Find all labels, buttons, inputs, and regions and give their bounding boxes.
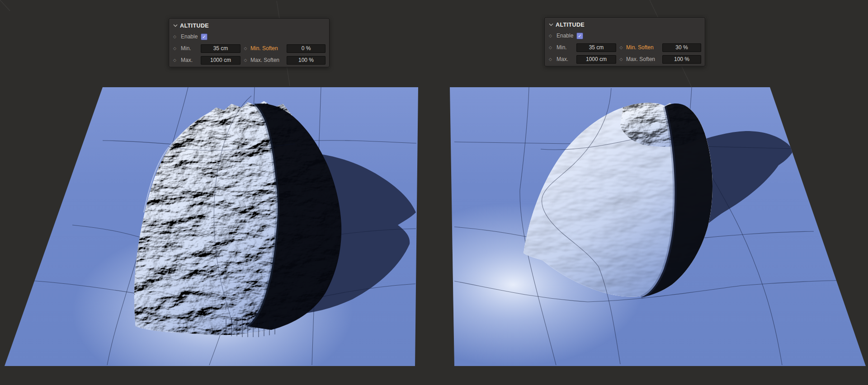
- enable-row: ◇ Enable ✓: [545, 30, 705, 42]
- panel-title: ALTITUDE: [180, 23, 209, 29]
- min-soften-label: Min. Soften: [250, 45, 287, 52]
- enable-label: Enable: [557, 33, 576, 39]
- max-soften-label: Max. Soften: [250, 57, 287, 63]
- keyframe-diamond-icon[interactable]: ◇: [173, 47, 181, 51]
- max-field[interactable]: 1000 cm: [576, 55, 616, 64]
- enable-checkbox[interactable]: ✓: [576, 33, 583, 39]
- check-icon: ✓: [578, 33, 581, 39]
- max-field[interactable]: 1000 cm: [201, 56, 241, 65]
- altitude-panel-right: ALTITUDE ◇ Enable ✓ ◇ Min. 35 cm ◇ Min. …: [544, 17, 705, 66]
- max-label: Max.: [181, 57, 201, 63]
- chevron-down-icon[interactable]: [549, 23, 553, 26]
- panel-title: ALTITUDE: [556, 22, 585, 28]
- enable-label: Enable: [181, 33, 201, 40]
- keyframe-diamond-icon[interactable]: ◇: [173, 58, 181, 62]
- scene-svg: [0, 0, 868, 385]
- max-soften-field[interactable]: 100 %: [287, 56, 326, 65]
- min-soften-field[interactable]: 30 %: [662, 43, 701, 52]
- chevron-down-icon[interactable]: [173, 24, 178, 27]
- keyframe-diamond-icon[interactable]: ◇: [616, 46, 626, 50]
- min-row: ◇ Min. 35 cm ◇ Min. Soften 30 %: [545, 42, 705, 53]
- keyframe-diamond-icon[interactable]: ◇: [241, 47, 250, 51]
- viewport-composite: ALTITUDE ◇ Enable ✓ ◇ Min. 35 cm ◇ Min. …: [0, 0, 868, 385]
- min-soften-label: Min. Soften: [626, 44, 662, 51]
- min-field[interactable]: 35 cm: [576, 43, 616, 52]
- keyframe-diamond-icon[interactable]: ◇: [549, 57, 557, 61]
- keyframe-diamond-icon[interactable]: ◇: [616, 57, 626, 61]
- keyframe-diamond-icon[interactable]: ◇: [549, 46, 557, 50]
- max-row: ◇ Max. 1000 cm ◇ Max. Soften 100 %: [545, 53, 705, 65]
- min-label: Min.: [557, 44, 576, 51]
- altitude-panel-left: ALTITUDE ◇ Enable ✓ ◇ Min. 35 cm ◇ Min. …: [169, 18, 330, 67]
- panel-header[interactable]: ALTITUDE: [169, 19, 329, 31]
- max-row: ◇ Max. 1000 cm ◇ Max. Soften 100 %: [169, 54, 329, 66]
- min-soften-field[interactable]: 0 %: [287, 44, 326, 53]
- keyframe-diamond-icon[interactable]: ◇: [549, 34, 557, 38]
- enable-row: ◇ Enable ✓: [169, 31, 329, 42]
- panel-header[interactable]: ALTITUDE: [545, 18, 705, 30]
- enable-checkbox[interactable]: ✓: [201, 33, 208, 40]
- keyframe-diamond-icon[interactable]: ◇: [241, 58, 250, 62]
- max-label: Max.: [557, 56, 576, 62]
- keyframe-diamond-icon[interactable]: ◇: [173, 35, 181, 39]
- min-label: Min.: [181, 45, 201, 52]
- min-row: ◇ Min. 35 cm ◇ Min. Soften 0 %: [169, 42, 329, 54]
- max-soften-label: Max. Soften: [626, 56, 662, 62]
- check-icon: ✓: [202, 34, 206, 40]
- max-soften-field[interactable]: 100 %: [662, 55, 701, 64]
- min-field[interactable]: 35 cm: [201, 44, 241, 53]
